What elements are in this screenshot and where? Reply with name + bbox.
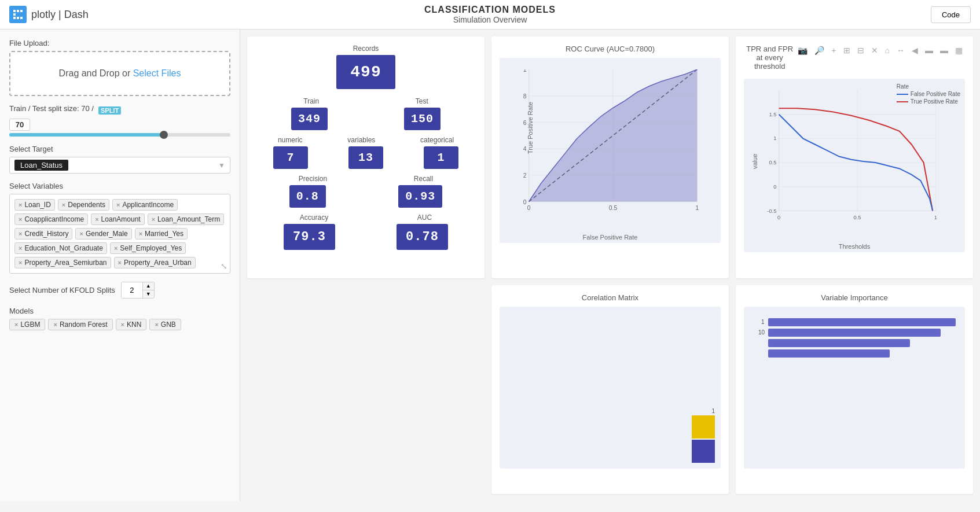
models-label: Models <box>9 307 230 315</box>
toolbar-x-icon[interactable]: ✕ <box>869 45 880 56</box>
split-slider-track[interactable] <box>9 133 230 137</box>
variable-importance-container: 1 10 <box>744 307 965 469</box>
toolbar-arrows-icon[interactable]: ↔ <box>894 45 907 56</box>
tag-label: Loan_Amount_Term <box>157 215 220 223</box>
kfold-down-arrow[interactable]: ▼ <box>143 290 154 298</box>
tag-label: Education_Not_Graduate <box>24 244 102 252</box>
categorical-label: categorical <box>420 136 454 144</box>
model-tag: ×Random Forest <box>48 319 112 330</box>
tag-close-icon[interactable]: × <box>152 216 155 223</box>
tag-close-icon[interactable]: × <box>19 201 22 208</box>
model-tag-label: LGBM <box>20 321 40 329</box>
records-label: Records <box>255 45 476 53</box>
tag-label: ApplicantIncome <box>122 201 174 209</box>
svg-rect-4 <box>13 17 16 19</box>
variable-tag: ×Loan_ID <box>14 199 55 211</box>
header: plotly | Dash CLASSIFICATION MODELS Simu… <box>0 0 980 30</box>
variable-tag: ×ApplicantIncome <box>112 199 178 211</box>
split-section: Train / Test split size: 70 / SPLIT 70 <box>9 104 230 137</box>
toolbar-box-icon[interactable]: ⊞ <box>841 45 853 56</box>
logo: plotly | Dash <box>9 6 89 23</box>
split-badge: SPLIT <box>98 106 121 115</box>
records-value: 499 <box>336 55 395 89</box>
tag-close-icon[interactable]: × <box>116 201 120 208</box>
records-section: Records 499 <box>255 45 476 91</box>
corr-cell-yellow <box>692 415 715 439</box>
legend-tpr-item: True Positive Rate <box>897 98 960 105</box>
select-files-link[interactable]: Select Files <box>133 68 181 78</box>
roc-curve-card: ROC Curve (AUC=0.7800) <box>491 36 729 278</box>
toolbar-zoom-icon[interactable]: 🔎 <box>812 45 827 56</box>
tag-close-icon[interactable]: × <box>19 216 22 223</box>
variable-tag: ×CoapplicantIncome <box>14 213 88 225</box>
toolbar-prev-icon[interactable]: ◀ <box>909 45 920 56</box>
varimp-bar <box>768 339 910 347</box>
precision-recall-section: Precision Recall 0.8 0.93 <box>255 175 476 208</box>
variables-label: Select Variables <box>9 182 230 190</box>
test-label: Test <box>416 97 428 105</box>
variable-tag: ×Property_Area_Semiurban <box>14 257 111 268</box>
tag-close-icon[interactable]: × <box>19 259 22 266</box>
model-tag-close[interactable]: × <box>14 321 18 328</box>
main-layout: File Upload: Drag and Drop or Select Fil… <box>0 30 980 501</box>
toolbar-box2-icon[interactable]: ⊟ <box>855 45 867 56</box>
toolbar-camera-icon[interactable]: 📷 <box>795 45 810 56</box>
model-tag-label: Random Forest <box>60 321 108 329</box>
drag-drop-text: Drag and Drop <box>59 68 120 78</box>
tag-close-icon[interactable]: × <box>95 216 98 223</box>
toolbar-home-icon[interactable]: ⌂ <box>883 45 892 56</box>
corr-cell-blue <box>692 440 715 463</box>
tag-label: Dependents <box>68 201 105 209</box>
tag-close-icon[interactable]: × <box>139 230 142 237</box>
toolbar-grid-icon[interactable]: ▦ <box>953 45 965 56</box>
svg-rect-0 <box>13 10 16 12</box>
kfold-input[interactable] <box>122 282 142 298</box>
variable-tag: ×Dependents <box>58 199 109 211</box>
correlation-chart-container: 1 <box>500 307 721 469</box>
tag-close-icon[interactable]: × <box>62 201 65 208</box>
legend-fpr-item: False Positive Rate <box>897 91 960 97</box>
model-tag-close[interactable]: × <box>155 321 158 328</box>
varimp-bar-row: 1 <box>753 318 956 326</box>
tag-label: Credit_History <box>24 230 68 238</box>
tpr-fpr-title: TPR and FPR at every threshold <box>744 45 795 71</box>
varimp-bar-label: 10 <box>753 329 765 336</box>
kfold-label: Select Number of KFOLD Splits <box>9 286 115 294</box>
tags-resize-handle[interactable]: ⤡ <box>221 261 227 271</box>
model-tag-close[interactable]: × <box>53 321 57 328</box>
auc-label: AUC <box>417 213 432 222</box>
plotly-logo-icon <box>9 6 27 23</box>
tag-close-icon[interactable]: × <box>19 230 22 237</box>
file-upload-dropzone[interactable]: Drag and Drop or Select Files <box>9 51 230 96</box>
svg-text:-0.5: -0.5 <box>767 209 776 215</box>
variable-tag: ×Credit_History <box>14 228 72 240</box>
variable-tag: ×Loan_Amount_Term <box>148 213 225 225</box>
tag-close-icon[interactable]: × <box>19 245 22 252</box>
metrics-card: Records 499 Train Test 349 150 numeric v… <box>247 36 485 278</box>
varimp-bar-label: 1 <box>753 319 765 325</box>
numeric-value: 7 <box>273 146 308 169</box>
tag-label: LoanAmount <box>101 215 141 223</box>
variable-tag: ×LoanAmount <box>91 213 145 225</box>
tag-close-icon[interactable]: × <box>118 259 122 266</box>
target-dropdown[interactable]: Loan_Status ▼ <box>9 157 230 174</box>
svg-rect-3 <box>13 13 16 16</box>
tag-label: Loan_ID <box>24 201 50 209</box>
toolbar-bar2-icon[interactable]: ▬ <box>938 45 950 56</box>
accuracy-auc-section: Accuracy AUC 79.3 0.78 <box>255 213 476 250</box>
model-tag-close[interactable]: × <box>121 321 124 328</box>
svg-text:1: 1 <box>934 215 937 220</box>
tag-close-icon[interactable]: × <box>114 245 118 252</box>
correlation-card: Corelation Matrix 1 <box>491 285 729 495</box>
target-dropdown-arrow: ▼ <box>218 161 225 170</box>
svg-text:0: 0 <box>777 215 780 220</box>
correlation-title: Corelation Matrix <box>500 293 721 302</box>
kfold-up-arrow[interactable]: ▲ <box>143 282 154 290</box>
tag-close-icon[interactable]: × <box>79 230 83 237</box>
accuracy-value: 79.3 <box>284 224 335 250</box>
accuracy-label: Accuracy <box>300 213 328 222</box>
code-button[interactable]: Code <box>931 6 971 23</box>
split-slider-thumb[interactable] <box>160 131 168 139</box>
toolbar-bar-icon[interactable]: ▬ <box>923 45 935 56</box>
toolbar-plus-icon[interactable]: + <box>829 45 838 56</box>
